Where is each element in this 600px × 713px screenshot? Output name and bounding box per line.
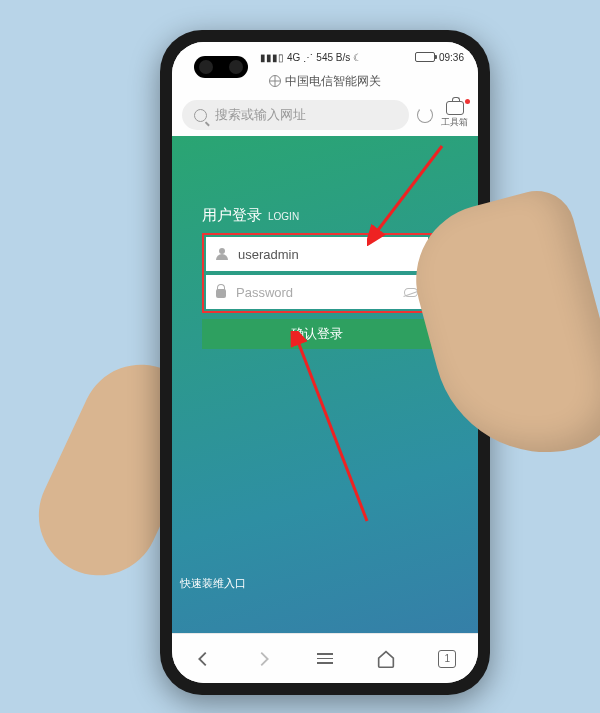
search-icon xyxy=(194,109,207,122)
reload-button[interactable] xyxy=(417,107,433,123)
password-placeholder: Password xyxy=(236,285,394,300)
phone-screen: ▮▮▮▯ 4G ⋰ 545 B/s ☾ 09:36 中国电信智能网关 搜索或输入… xyxy=(172,42,478,683)
nav-home-button[interactable] xyxy=(375,648,397,670)
login-panel: 用户登录 LOGIN useradmin Password 确认登录 xyxy=(202,206,432,349)
toolbox-button[interactable]: 工具箱 xyxy=(441,101,468,129)
username-field[interactable]: useradmin xyxy=(206,237,428,271)
login-title-en: LOGIN xyxy=(268,211,299,222)
user-icon xyxy=(216,248,228,260)
search-input[interactable]: 搜索或输入网址 xyxy=(182,100,409,130)
globe-icon xyxy=(269,75,281,87)
login-inputs-highlight: useradmin Password xyxy=(202,233,432,313)
notification-dot-icon xyxy=(465,99,470,104)
tabs-icon: 1 xyxy=(438,650,456,668)
username-value: useradmin xyxy=(238,247,418,262)
password-field[interactable]: Password xyxy=(206,275,428,309)
nav-back-button[interactable] xyxy=(192,648,214,670)
annotation-arrow-bottom xyxy=(287,331,377,531)
login-button-label: 确认登录 xyxy=(291,325,343,343)
login-title-cn: 用户登录 xyxy=(202,206,262,225)
page-title: 中国电信智能网关 xyxy=(285,73,381,90)
menu-icon xyxy=(317,653,333,664)
lock-icon xyxy=(216,289,226,298)
login-submit-button[interactable]: 确认登录 xyxy=(202,319,432,349)
moon-icon: ☾ xyxy=(353,52,362,63)
fast-link-label: 快速装维入口 xyxy=(180,577,246,589)
toolbox-label: 工具箱 xyxy=(441,116,468,129)
login-title: 用户登录 LOGIN xyxy=(202,206,432,225)
signal-icon: ▮▮▮▯ xyxy=(260,52,284,63)
svg-line-1 xyxy=(297,339,367,521)
clock-time: 09:36 xyxy=(439,52,464,63)
camera-cutout xyxy=(194,56,248,78)
tab-count: 1 xyxy=(445,653,451,664)
search-placeholder: 搜索或输入网址 xyxy=(215,106,306,124)
toolbox-icon xyxy=(446,101,464,115)
nav-tabs-button[interactable]: 1 xyxy=(436,648,458,670)
address-row: 搜索或输入网址 工具箱 xyxy=(172,94,478,136)
browser-nav-bar: 1 xyxy=(172,633,478,683)
network-type: 4G xyxy=(287,52,300,63)
battery-icon xyxy=(415,52,435,62)
nav-forward-button[interactable] xyxy=(253,648,275,670)
fast-maintenance-link[interactable]: 快速装维入口 xyxy=(180,576,246,591)
net-speed: 545 B/s xyxy=(316,52,350,63)
nav-menu-button[interactable] xyxy=(314,648,336,670)
wifi-icon: ⋰ xyxy=(303,52,313,63)
page-content: 用户登录 LOGIN useradmin Password 确认登录 xyxy=(172,136,478,633)
home-icon xyxy=(375,648,397,670)
